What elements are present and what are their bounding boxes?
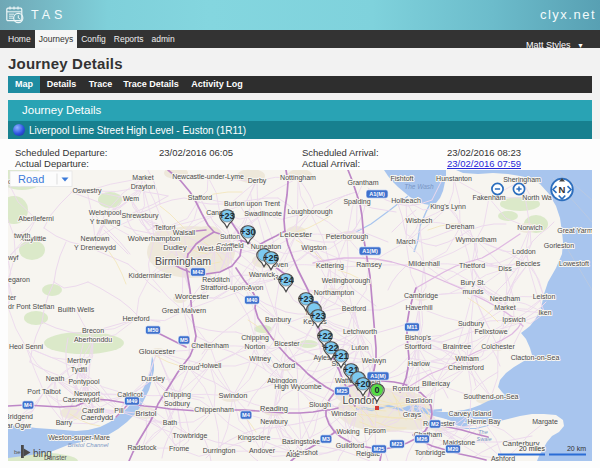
svg-text:Tydfil: Tydfil bbox=[71, 366, 88, 374]
svg-text:Wellingborough: Wellingborough bbox=[322, 277, 371, 285]
svg-text:Bedford: Bedford bbox=[342, 305, 367, 312]
svg-text:Bath: Bath bbox=[163, 419, 178, 426]
svg-text:0: 0 bbox=[374, 385, 379, 395]
svg-text:Swale: Swale bbox=[477, 436, 492, 442]
svg-text:Wem: Wem bbox=[123, 195, 139, 202]
svg-text:M49: M49 bbox=[127, 398, 138, 404]
svg-text:Walsall: Walsall bbox=[173, 229, 196, 236]
svg-text:Derby: Derby bbox=[248, 177, 267, 185]
svg-text:Welwyn: Welwyn bbox=[362, 357, 386, 365]
svg-text:Bicester: Bicester bbox=[274, 340, 300, 347]
svg-text:Norwich: Norwich bbox=[517, 224, 542, 231]
svg-text:Shrewsbury: Shrewsbury bbox=[122, 212, 159, 220]
svg-text:Barry: Barry bbox=[56, 419, 73, 427]
svg-text:Harlow: Harlow bbox=[408, 360, 431, 367]
svg-text:Herne Bay: Herne Bay bbox=[467, 418, 501, 426]
svg-text:Birmingham: Birmingham bbox=[155, 255, 211, 267]
svg-text:Caerdydd: Caerdydd bbox=[81, 413, 114, 422]
svg-text:Margate: Margate bbox=[532, 418, 558, 426]
svg-text:ter: ter bbox=[8, 294, 17, 301]
svg-text:Stroud: Stroud bbox=[179, 364, 200, 371]
svg-text:Casnewydd: Casnewydd bbox=[63, 396, 100, 404]
svg-text:Wigston: Wigston bbox=[301, 244, 326, 252]
svg-text:M4: M4 bbox=[24, 402, 33, 408]
svg-text:Colchester: Colchester bbox=[481, 343, 515, 350]
svg-text:Oswestry: Oswestry bbox=[72, 187, 102, 195]
svg-text:M3: M3 bbox=[322, 436, 330, 442]
svg-text:Frome: Frome bbox=[169, 445, 189, 452]
svg-text:The: The bbox=[478, 429, 487, 435]
svg-text:Holwell: Holwell bbox=[199, 362, 222, 369]
svg-text:Grays: Grays bbox=[403, 411, 422, 419]
svg-text:Chipping: Chipping bbox=[241, 334, 269, 342]
svg-text:Kingsclere: Kingsclere bbox=[238, 434, 271, 442]
svg-text:Heol Senni: Heol Senni bbox=[9, 343, 44, 350]
svg-text:Grantham: Grantham bbox=[347, 179, 378, 186]
svg-text:Basingstoke: Basingstoke bbox=[282, 438, 320, 446]
svg-text:Newcastle-under-Lyme: Newcastle-under-Lyme bbox=[172, 173, 244, 181]
svg-text:Cambridge: Cambridge bbox=[404, 292, 438, 300]
svg-text:Dursley: Dursley bbox=[141, 375, 165, 383]
svg-text:Fakenham: Fakenham bbox=[472, 194, 505, 201]
svg-text:Hunstanton: Hunstanton bbox=[436, 175, 472, 182]
svg-text:+21: +21 bbox=[333, 351, 348, 361]
svg-text:High Wycombe: High Wycombe bbox=[274, 383, 322, 391]
svg-text:Pill: Pill bbox=[114, 407, 124, 414]
svg-text:Aberhonddu: Aberhonddu bbox=[74, 336, 112, 343]
svg-text:Merthyr: Merthyr bbox=[67, 357, 91, 365]
svg-text:M25: M25 bbox=[337, 388, 348, 394]
svg-text:Weston-super-Mare: Weston-super-Mare bbox=[48, 434, 110, 442]
svg-text:Witham: Witham bbox=[455, 355, 479, 362]
svg-text:Bristol Channel: Bristol Channel bbox=[68, 442, 109, 448]
svg-text:Swindon: Swindon bbox=[219, 391, 248, 400]
svg-text:Drayton: Drayton bbox=[131, 183, 156, 191]
svg-text:wyf: wyf bbox=[8, 254, 19, 262]
svg-text:Iken: Iken bbox=[538, 309, 551, 316]
svg-text:Dudley: Dudley bbox=[163, 243, 187, 252]
svg-text:Alde: Alde bbox=[286, 451, 300, 458]
svg-text:munds: munds bbox=[462, 288, 484, 295]
svg-text:Warwick: Warwick bbox=[249, 271, 276, 278]
svg-text:20 miles: 20 miles bbox=[519, 445, 546, 452]
svg-text:+23: +23 bbox=[219, 211, 234, 221]
svg-text:Worcester: Worcester bbox=[175, 292, 210, 301]
svg-text:Bristol: Bristol bbox=[136, 409, 157, 418]
svg-text:Durrington: Durrington bbox=[203, 447, 236, 455]
svg-text:Wymondham: Wymondham bbox=[455, 236, 496, 244]
svg-text:Braintree: Braintree bbox=[443, 343, 472, 350]
svg-text:M11: M11 bbox=[407, 324, 418, 330]
svg-text:M2: M2 bbox=[431, 421, 439, 427]
svg-text:Newtown: Newtown bbox=[81, 235, 110, 242]
svg-text:Chelmsford: Chelmsford bbox=[448, 364, 484, 371]
svg-text:Loughborough: Loughborough bbox=[287, 208, 332, 216]
svg-text:Stortford: Stortford bbox=[405, 343, 432, 350]
svg-text:Great Malvern: Great Malvern bbox=[162, 307, 206, 314]
svg-text:Northampton: Northampton bbox=[314, 289, 355, 297]
svg-text:Stratford-upon-Avon: Stratford-upon-Avon bbox=[201, 284, 264, 292]
svg-text:Dereham: Dereham bbox=[446, 223, 475, 230]
svg-text:Brecon: Brecon bbox=[82, 327, 104, 334]
svg-text:M5: M5 bbox=[180, 337, 188, 343]
svg-text:Great Yarm: Great Yarm bbox=[557, 227, 592, 234]
svg-text:Kidderminster: Kidderminster bbox=[128, 272, 172, 279]
svg-text:Nottingham: Nottingham bbox=[280, 174, 316, 182]
svg-text:Luton: Luton bbox=[351, 344, 369, 351]
svg-text:M4: M4 bbox=[242, 412, 251, 418]
svg-text:Sodbury: Sodbury bbox=[164, 400, 191, 408]
svg-text:Wisbech: Wisbech bbox=[406, 217, 433, 224]
svg-text:A1(M): A1(M) bbox=[370, 373, 386, 379]
svg-text:Bury St.: Bury St. bbox=[461, 279, 486, 287]
svg-text:Bridgend: Bridgend bbox=[8, 413, 33, 421]
svg-text:Market: Market bbox=[132, 174, 153, 181]
svg-text:Hereford: Hereford bbox=[122, 315, 149, 322]
svg-text:Clacton-on-Sea: Clacton-on-Sea bbox=[511, 354, 560, 361]
svg-text:N: N bbox=[559, 184, 566, 195]
svg-text:Stafford: Stafford bbox=[188, 194, 212, 201]
svg-text:Holbeach: Holbeach bbox=[391, 197, 421, 204]
svg-text:A1(M): A1(M) bbox=[369, 191, 385, 197]
svg-text:M23: M23 bbox=[392, 441, 403, 447]
svg-text:The Wash: The Wash bbox=[404, 183, 434, 190]
svg-text:M25: M25 bbox=[374, 446, 385, 452]
svg-text:+22: +22 bbox=[317, 331, 332, 341]
svg-text:Carvey Island: Carvey Island bbox=[449, 410, 492, 418]
